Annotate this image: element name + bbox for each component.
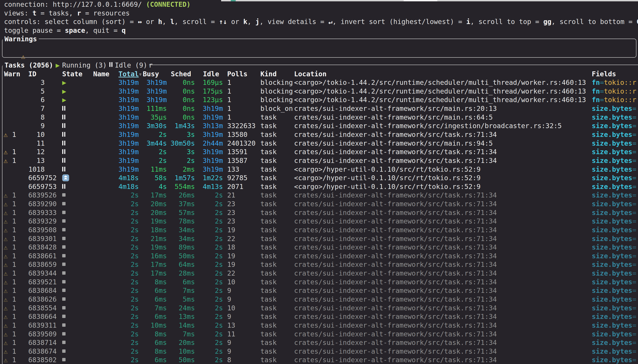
task-row-6839290[interactable]: ⚠168392902s20ms37ms2s23taskcrates/sui-in… [0, 200, 638, 208]
task-row-6838674[interactable]: ⚠168386742s8ms10ms2s9taskcrates/sui-inde… [0, 347, 638, 356]
task-row-10[interactable]: ⚠1103h19m2s3s3h19m13580taskcrates/sui-in… [0, 130, 638, 139]
task-row-6839526[interactable]: ⚠168395262s17ms26ms2s21taskcrates/sui-in… [0, 191, 638, 200]
idle-duration: 2h44m [203, 139, 223, 148]
task-kind: task [260, 191, 276, 200]
task-row-6838554[interactable]: ⚠168385542s7ms24ms2s10taskcrates/sui-ind… [0, 304, 638, 312]
idle-duration: 123µs [203, 96, 223, 104]
task-fields: size.bytes= [592, 182, 636, 191]
sched-duration: 7ms [183, 286, 195, 295]
task-row-6659752[interactable]: 66597524m18s58s1m57s1m22s92785task<cargo… [0, 174, 638, 182]
task-row-12[interactable]: ⚠1123h19m2s3s3h19m13591taskcrates/sui-in… [0, 148, 638, 156]
completed-state-icon [62, 208, 66, 217]
task-kind: task [260, 252, 276, 260]
column-header-polls[interactable]: Polls [227, 70, 248, 78]
task-id: 12 [28, 148, 45, 156]
task-row-6839521[interactable]: ⚠168395212s8ms6ms2s10taskcrates/sui-inde… [0, 278, 638, 286]
polls-count: 8 [227, 356, 231, 364]
task-row-6839344[interactable]: ⚠168393442s17ms28ms2s22taskcrates/sui-in… [0, 269, 638, 278]
task-row-6839509[interactable]: ⚠168395092s8ms7ms2s11taskcrates/sui-inde… [0, 330, 638, 338]
task-kind: task [260, 200, 276, 208]
idle-state-icon [62, 139, 65, 148]
task-row-6838664[interactable]: ⚠168386642s6ms13ms2s9taskcrates/sui-inde… [0, 312, 638, 321]
sched-duration: 37ms [179, 200, 195, 208]
task-row-11[interactable]: 113h19m3m44s30m50s2h44m2401320taskcrates… [0, 139, 638, 148]
column-header-id[interactable]: ID [28, 70, 36, 78]
polls-count: 22 [227, 234, 235, 243]
warning-icon: ⚠ [4, 148, 8, 156]
task-row-1018[interactable]: 10183h19m11ms2ms3h19m133task<cargo>/hype… [0, 165, 638, 174]
task-row-6838714[interactable]: ⚠168387142s6ms20ms2s9taskcrates/sui-inde… [0, 338, 638, 347]
idle-state-icon [62, 182, 65, 191]
task-row-6839508[interactable]: ⚠168395082s18ms34ms2s19taskcrates/sui-in… [0, 226, 638, 234]
column-header-busy[interactable]: Busy [143, 70, 159, 78]
task-row-6838684[interactable]: ⚠168386842s6ms7ms2s9taskcrates/sui-index… [0, 286, 638, 295]
total-duration: 2s [131, 260, 139, 269]
column-header-idle[interactable]: Idle [203, 70, 219, 78]
task-id: 1018 [28, 165, 45, 174]
column-header-fields[interactable]: Fields [592, 70, 616, 78]
task-row-6839311[interactable]: ⚠168393112s10ms14ms2s13taskcrates/sui-in… [0, 321, 638, 330]
task-row-6838428[interactable]: ⚠168384282s19ms89ms2s18taskcrates/sui-in… [0, 243, 638, 252]
task-row-7[interactable]: 73h19m111ms0ns3h19m1block_oncrates/sui-i… [0, 104, 638, 113]
warn-count: 1 [12, 338, 16, 347]
warning-icon: ⚠ [4, 226, 8, 234]
column-header-sched[interactable]: Sched [171, 70, 191, 78]
task-fields: size.bytes= [592, 304, 636, 312]
task-location: crates/sui-indexer-alt-framework/src/tas… [294, 191, 497, 200]
task-row-3[interactable]: 3▶3h19m3h19m0ns169µs1blocking<cargo>/tok… [0, 78, 638, 87]
polls-count: 1 [227, 113, 231, 122]
idle-duration: 2s [215, 356, 223, 364]
polls-count: 21 [227, 191, 235, 200]
polls-count: 18 [227, 243, 235, 252]
task-fields: size.bytes= [592, 321, 636, 330]
task-id: 5 [28, 87, 45, 96]
busy-duration: 6ms [155, 312, 167, 321]
polls-count: 10 [227, 278, 235, 286]
pause-icon [109, 62, 112, 67]
warn-count: 1 [12, 200, 16, 208]
total-duration: 2s [131, 321, 139, 330]
task-kind: task [260, 312, 276, 321]
completed-state-icon [62, 356, 66, 364]
task-kind: task [260, 156, 276, 165]
task-id: 6838664 [28, 312, 56, 321]
column-header-kind[interactable]: Kind [260, 70, 276, 78]
task-location: crates/sui-indexer-alt-framework/src/tas… [294, 338, 497, 347]
running-icon: ▶ [56, 61, 60, 70]
busy-duration: 17ms [151, 269, 167, 278]
column-header-total-sorted[interactable]: Total [118, 70, 139, 78]
task-row-9[interactable]: 93h19m3m30s1m43s3h13m3322633taskcrates/s… [0, 122, 638, 130]
task-row-8[interactable]: 83h19m35µs0ns3h19m1taskcrates/sui-indexe… [0, 113, 638, 122]
task-row-5[interactable]: 5▶3h19m3h19m0ns175µs1blocking<cargo>/tok… [0, 87, 638, 96]
sort-descending-icon: ▿ [139, 70, 142, 79]
task-row-6838502[interactable]: ⚠168385022s6ms50ms2s8taskcrates/sui-inde… [0, 356, 638, 364]
idle-duration: 2s [215, 286, 223, 295]
task-id: 7 [28, 104, 45, 113]
polls-count: 19 [227, 252, 235, 260]
column-header-warn[interactable]: Warn [4, 70, 20, 78]
task-row-13[interactable]: ⚠1133h19m2s2s3h19m13587taskcrates/sui-in… [0, 156, 638, 165]
task-row-6838661[interactable]: ⚠168386612s16ms50ms2s19taskcrates/sui-in… [0, 252, 638, 260]
warn-count: 1 [12, 295, 16, 304]
task-row-6839329[interactable]: ⚠168393292s19ms78ms2s23taskcrates/sui-in… [0, 217, 638, 226]
warning-icon: ⚠ [4, 191, 8, 200]
task-row-6839333[interactable]: ⚠168393332s20ms57ms2s23taskcrates/sui-in… [0, 208, 638, 217]
task-row-6[interactable]: 6▶3h19m3h19m0ns123µs1blocking<cargo>/tok… [0, 96, 638, 104]
column-header-name[interactable]: Name [93, 70, 109, 78]
completed-state-icon [62, 234, 66, 243]
task-row-6838659[interactable]: ⚠168386592s17ms64ms2s19taskcrates/sui-in… [0, 260, 638, 269]
column-header-state[interactable]: State [62, 70, 82, 78]
sched-duration: 2s [187, 156, 195, 165]
task-row-6659753[interactable]: 66597534m18s4s554ms4m13s2071task<cargo>/… [0, 182, 638, 191]
task-fields: size.bytes= [592, 156, 636, 165]
task-id: 6838502 [28, 356, 56, 364]
task-row-6838626[interactable]: ⚠168386262s6ms5ms2s9taskcrates/sui-index… [0, 295, 638, 304]
task-row-6839301[interactable]: ⚠168393012s21ms34ms2s22taskcrates/sui-in… [0, 234, 638, 243]
task-kind: task [260, 321, 276, 330]
task-id: 6839290 [28, 200, 56, 208]
sched-duration: 14ms [179, 321, 195, 330]
busy-duration: 2s [159, 130, 167, 139]
column-header-location[interactable]: Location [294, 70, 327, 78]
sched-duration: 2ms [183, 165, 195, 174]
idle-duration: 3h19m [203, 104, 223, 113]
